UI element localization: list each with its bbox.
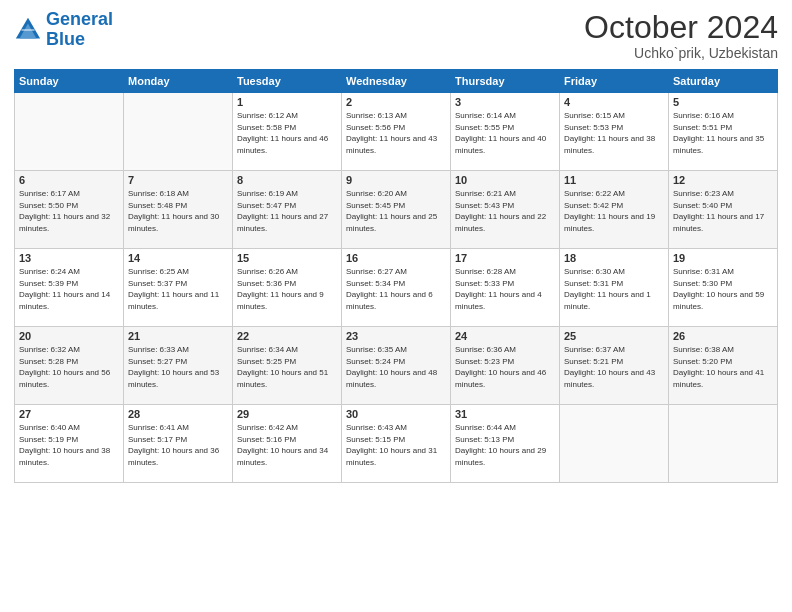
calendar-table: Sunday Monday Tuesday Wednesday Thursday… bbox=[14, 69, 778, 483]
day-number: 8 bbox=[237, 174, 337, 186]
month-title: October 2024 bbox=[584, 10, 778, 45]
day-info: Sunrise: 6:31 AMSunset: 5:30 PMDaylight:… bbox=[673, 266, 773, 312]
day-cell: 2Sunrise: 6:13 AMSunset: 5:56 PMDaylight… bbox=[342, 93, 451, 171]
day-number: 31 bbox=[455, 408, 555, 420]
day-info: Sunrise: 6:20 AMSunset: 5:45 PMDaylight:… bbox=[346, 188, 446, 234]
day-number: 17 bbox=[455, 252, 555, 264]
logo: General Blue bbox=[14, 10, 113, 50]
day-cell: 22Sunrise: 6:34 AMSunset: 5:25 PMDayligh… bbox=[233, 327, 342, 405]
day-number: 11 bbox=[564, 174, 664, 186]
day-info: Sunrise: 6:16 AMSunset: 5:51 PMDaylight:… bbox=[673, 110, 773, 156]
day-number: 10 bbox=[455, 174, 555, 186]
day-info: Sunrise: 6:37 AMSunset: 5:21 PMDaylight:… bbox=[564, 344, 664, 390]
day-number: 7 bbox=[128, 174, 228, 186]
day-number: 23 bbox=[346, 330, 446, 342]
week-row-1: 1Sunrise: 6:12 AMSunset: 5:58 PMDaylight… bbox=[15, 93, 778, 171]
day-cell: 6Sunrise: 6:17 AMSunset: 5:50 PMDaylight… bbox=[15, 171, 124, 249]
day-cell: 13Sunrise: 6:24 AMSunset: 5:39 PMDayligh… bbox=[15, 249, 124, 327]
day-cell: 27Sunrise: 6:40 AMSunset: 5:19 PMDayligh… bbox=[15, 405, 124, 483]
day-number: 25 bbox=[564, 330, 664, 342]
day-info: Sunrise: 6:18 AMSunset: 5:48 PMDaylight:… bbox=[128, 188, 228, 234]
day-number: 13 bbox=[19, 252, 119, 264]
day-number: 9 bbox=[346, 174, 446, 186]
day-info: Sunrise: 6:15 AMSunset: 5:53 PMDaylight:… bbox=[564, 110, 664, 156]
day-number: 16 bbox=[346, 252, 446, 264]
day-info: Sunrise: 6:24 AMSunset: 5:39 PMDaylight:… bbox=[19, 266, 119, 312]
day-cell: 7Sunrise: 6:18 AMSunset: 5:48 PMDaylight… bbox=[124, 171, 233, 249]
day-cell bbox=[124, 93, 233, 171]
day-info: Sunrise: 6:27 AMSunset: 5:34 PMDaylight:… bbox=[346, 266, 446, 312]
day-cell: 30Sunrise: 6:43 AMSunset: 5:15 PMDayligh… bbox=[342, 405, 451, 483]
day-cell bbox=[15, 93, 124, 171]
logo-blue: Blue bbox=[46, 29, 85, 49]
day-info: Sunrise: 6:28 AMSunset: 5:33 PMDaylight:… bbox=[455, 266, 555, 312]
day-cell: 15Sunrise: 6:26 AMSunset: 5:36 PMDayligh… bbox=[233, 249, 342, 327]
day-cell: 1Sunrise: 6:12 AMSunset: 5:58 PMDaylight… bbox=[233, 93, 342, 171]
title-block: October 2024 Uchko`prik, Uzbekistan bbox=[584, 10, 778, 61]
day-number: 18 bbox=[564, 252, 664, 264]
header-row: Sunday Monday Tuesday Wednesday Thursday… bbox=[15, 70, 778, 93]
location: Uchko`prik, Uzbekistan bbox=[584, 45, 778, 61]
day-cell: 31Sunrise: 6:44 AMSunset: 5:13 PMDayligh… bbox=[451, 405, 560, 483]
day-number: 22 bbox=[237, 330, 337, 342]
day-number: 5 bbox=[673, 96, 773, 108]
day-info: Sunrise: 6:43 AMSunset: 5:15 PMDaylight:… bbox=[346, 422, 446, 468]
logo-general: General bbox=[46, 9, 113, 29]
day-info: Sunrise: 6:21 AMSunset: 5:43 PMDaylight:… bbox=[455, 188, 555, 234]
col-thursday: Thursday bbox=[451, 70, 560, 93]
day-number: 20 bbox=[19, 330, 119, 342]
day-info: Sunrise: 6:30 AMSunset: 5:31 PMDaylight:… bbox=[564, 266, 664, 312]
day-cell: 8Sunrise: 6:19 AMSunset: 5:47 PMDaylight… bbox=[233, 171, 342, 249]
day-info: Sunrise: 6:44 AMSunset: 5:13 PMDaylight:… bbox=[455, 422, 555, 468]
day-cell: 24Sunrise: 6:36 AMSunset: 5:23 PMDayligh… bbox=[451, 327, 560, 405]
col-friday: Friday bbox=[560, 70, 669, 93]
col-wednesday: Wednesday bbox=[342, 70, 451, 93]
day-cell: 12Sunrise: 6:23 AMSunset: 5:40 PMDayligh… bbox=[669, 171, 778, 249]
day-cell bbox=[669, 405, 778, 483]
day-number: 24 bbox=[455, 330, 555, 342]
day-cell: 10Sunrise: 6:21 AMSunset: 5:43 PMDayligh… bbox=[451, 171, 560, 249]
day-number: 3 bbox=[455, 96, 555, 108]
day-info: Sunrise: 6:35 AMSunset: 5:24 PMDaylight:… bbox=[346, 344, 446, 390]
day-cell: 25Sunrise: 6:37 AMSunset: 5:21 PMDayligh… bbox=[560, 327, 669, 405]
day-number: 15 bbox=[237, 252, 337, 264]
page: General Blue October 2024 Uchko`prik, Uz… bbox=[0, 0, 792, 612]
day-number: 4 bbox=[564, 96, 664, 108]
day-cell: 28Sunrise: 6:41 AMSunset: 5:17 PMDayligh… bbox=[124, 405, 233, 483]
day-number: 19 bbox=[673, 252, 773, 264]
day-info: Sunrise: 6:25 AMSunset: 5:37 PMDaylight:… bbox=[128, 266, 228, 312]
day-info: Sunrise: 6:32 AMSunset: 5:28 PMDaylight:… bbox=[19, 344, 119, 390]
day-info: Sunrise: 6:36 AMSunset: 5:23 PMDaylight:… bbox=[455, 344, 555, 390]
day-cell: 11Sunrise: 6:22 AMSunset: 5:42 PMDayligh… bbox=[560, 171, 669, 249]
col-sunday: Sunday bbox=[15, 70, 124, 93]
day-cell: 29Sunrise: 6:42 AMSunset: 5:16 PMDayligh… bbox=[233, 405, 342, 483]
day-number: 2 bbox=[346, 96, 446, 108]
day-number: 28 bbox=[128, 408, 228, 420]
week-row-2: 6Sunrise: 6:17 AMSunset: 5:50 PMDaylight… bbox=[15, 171, 778, 249]
day-number: 12 bbox=[673, 174, 773, 186]
day-number: 30 bbox=[346, 408, 446, 420]
logo-icon bbox=[14, 16, 42, 44]
day-info: Sunrise: 6:40 AMSunset: 5:19 PMDaylight:… bbox=[19, 422, 119, 468]
header: General Blue October 2024 Uchko`prik, Uz… bbox=[14, 10, 778, 61]
day-cell: 19Sunrise: 6:31 AMSunset: 5:30 PMDayligh… bbox=[669, 249, 778, 327]
day-number: 29 bbox=[237, 408, 337, 420]
col-monday: Monday bbox=[124, 70, 233, 93]
day-info: Sunrise: 6:12 AMSunset: 5:58 PMDaylight:… bbox=[237, 110, 337, 156]
day-cell: 26Sunrise: 6:38 AMSunset: 5:20 PMDayligh… bbox=[669, 327, 778, 405]
day-info: Sunrise: 6:33 AMSunset: 5:27 PMDaylight:… bbox=[128, 344, 228, 390]
day-cell bbox=[560, 405, 669, 483]
day-number: 21 bbox=[128, 330, 228, 342]
day-info: Sunrise: 6:14 AMSunset: 5:55 PMDaylight:… bbox=[455, 110, 555, 156]
col-saturday: Saturday bbox=[669, 70, 778, 93]
day-cell: 16Sunrise: 6:27 AMSunset: 5:34 PMDayligh… bbox=[342, 249, 451, 327]
day-info: Sunrise: 6:17 AMSunset: 5:50 PMDaylight:… bbox=[19, 188, 119, 234]
day-cell: 3Sunrise: 6:14 AMSunset: 5:55 PMDaylight… bbox=[451, 93, 560, 171]
day-cell: 5Sunrise: 6:16 AMSunset: 5:51 PMDaylight… bbox=[669, 93, 778, 171]
day-cell: 4Sunrise: 6:15 AMSunset: 5:53 PMDaylight… bbox=[560, 93, 669, 171]
day-cell: 21Sunrise: 6:33 AMSunset: 5:27 PMDayligh… bbox=[124, 327, 233, 405]
day-info: Sunrise: 6:34 AMSunset: 5:25 PMDaylight:… bbox=[237, 344, 337, 390]
day-info: Sunrise: 6:38 AMSunset: 5:20 PMDaylight:… bbox=[673, 344, 773, 390]
day-number: 27 bbox=[19, 408, 119, 420]
week-row-3: 13Sunrise: 6:24 AMSunset: 5:39 PMDayligh… bbox=[15, 249, 778, 327]
